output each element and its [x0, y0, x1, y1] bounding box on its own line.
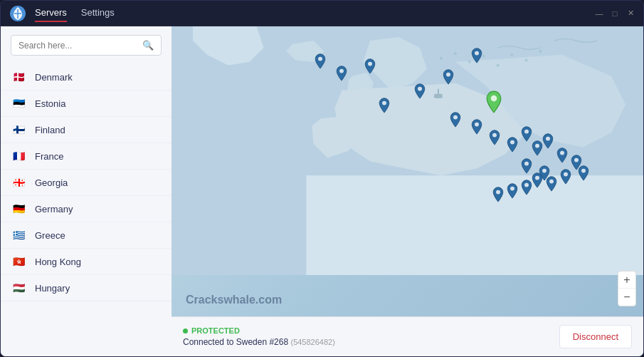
- maximize-button[interactable]: □: [611, 9, 619, 18]
- svg-point-26: [560, 151, 564, 155]
- svg-point-15: [382, 101, 386, 105]
- svg-point-18: [491, 95, 497, 102]
- titlebar: Servers Settings — □ ✕: [1, 1, 643, 26]
- list-item[interactable]: 🇪🇪 Estonia: [1, 90, 171, 117]
- map-pin[interactable]: [449, 112, 462, 128]
- search-box[interactable]: 🔍: [11, 35, 162, 56]
- country-flag: 🇬🇪: [11, 177, 26, 188]
- map-pin[interactable]: [470, 119, 483, 135]
- svg-point-13: [368, 62, 372, 66]
- svg-point-6: [511, 53, 514, 56]
- map-area: Crackswhale.com + − PROTECTED Connected …: [171, 26, 643, 356]
- map-pin[interactable]: [520, 180, 533, 195]
- list-item[interactable]: 🇭🇺 Hungary: [1, 275, 171, 301]
- country-flag: 🇩🇰: [11, 71, 26, 83]
- list-item[interactable]: 🇭🇰 Hong Kong: [1, 249, 171, 275]
- map-pin[interactable]: [492, 187, 505, 202]
- zoom-in-button[interactable]: +: [618, 271, 635, 289]
- map-pin[interactable]: [364, 58, 376, 74]
- map-pin[interactable]: [538, 165, 551, 181]
- map-pin[interactable]: [488, 130, 501, 145]
- list-item[interactable]: 🇬🇪 Georgia: [1, 170, 171, 196]
- map-pin[interactable]: [506, 137, 519, 152]
- svg-point-22: [510, 140, 514, 145]
- map-pin[interactable]: [485, 90, 503, 113]
- svg-point-35: [524, 162, 529, 166]
- zoom-controls: + −: [618, 271, 636, 306]
- map-pin[interactable]: [577, 165, 590, 181]
- close-button[interactable]: ✕: [626, 9, 635, 18]
- svg-point-27: [574, 158, 579, 162]
- svg-point-29: [564, 172, 568, 177]
- status-dot: [183, 328, 188, 333]
- status-protected: PROTECTED: [183, 326, 335, 335]
- map-pin[interactable]: [470, 48, 483, 63]
- nav-bar: Servers Settings: [35, 4, 595, 22]
- sidebar: 🔍 🇩🇰 Denmark 🇪🇪 Estonia 🇫🇮 Finland 🇫🇷 Fr…: [1, 26, 171, 356]
- svg-point-23: [524, 130, 529, 134]
- map-pin[interactable]: [413, 83, 426, 99]
- map-svg: [171, 26, 643, 275]
- svg-point-8: [539, 50, 542, 53]
- country-name: Denmark: [35, 72, 73, 83]
- country-name: Georgia: [35, 177, 68, 188]
- list-item[interactable]: 🇬🇷 Greece: [1, 222, 171, 249]
- status-connection: Connected to Sweden #268 (545826482): [183, 337, 335, 347]
- country-name: Finland: [35, 125, 65, 135]
- svg-point-2: [454, 52, 457, 55]
- map-pin[interactable]: [442, 69, 455, 85]
- zoom-out-button[interactable]: −: [618, 289, 635, 306]
- svg-point-25: [546, 137, 550, 141]
- svg-point-28: [581, 169, 586, 173]
- search-input[interactable]: [19, 41, 138, 51]
- map-pin[interactable]: [506, 183, 519, 199]
- app-window: Servers Settings — □ ✕ 🔍 🇩🇰 Denmark �: [0, 0, 644, 357]
- svg-point-36: [542, 169, 547, 173]
- list-item[interactable]: 🇩🇪 Germany: [1, 196, 171, 222]
- country-flag: 🇭🇺: [11, 282, 26, 294]
- country-flag: 🇫🇮: [11, 124, 26, 135]
- list-item[interactable]: 🇫🇮 Finland: [1, 117, 171, 143]
- map-pin[interactable]: [335, 66, 348, 81]
- svg-rect-9: [434, 94, 443, 98]
- svg-point-20: [475, 123, 479, 127]
- map-pin[interactable]: [520, 158, 533, 174]
- map-pin[interactable]: [542, 133, 554, 149]
- map-pin[interactable]: [556, 148, 569, 163]
- country-flag: 🇩🇪: [11, 203, 26, 214]
- status-bar: PROTECTED Connected to Sweden #268 (5458…: [171, 316, 643, 356]
- app-logo: [9, 5, 26, 22]
- country-name: Hungary: [35, 283, 70, 294]
- svg-point-5: [497, 64, 500, 67]
- status-info: PROTECTED Connected to Sweden #268 (5458…: [183, 326, 335, 347]
- country-flag: 🇪🇪: [11, 98, 26, 109]
- nav-servers[interactable]: Servers: [35, 4, 67, 22]
- list-item[interactable]: 🇫🇷 France: [1, 143, 171, 170]
- country-name: Germany: [35, 204, 73, 214]
- server-id: (545826482): [290, 338, 334, 346]
- map-pin[interactable]: [520, 126, 533, 142]
- nav-settings[interactable]: Settings: [81, 4, 115, 22]
- country-name: Hong Kong: [35, 257, 81, 267]
- disconnect-button[interactable]: Disconnect: [559, 325, 632, 348]
- svg-point-34: [496, 190, 500, 195]
- country-flag: 🇫🇷: [11, 150, 26, 162]
- country-flag: 🇬🇷: [11, 229, 26, 241]
- main-content: 🔍 🇩🇰 Denmark 🇪🇪 Estonia 🇫🇮 Finland 🇫🇷 Fr…: [1, 26, 643, 356]
- svg-point-33: [510, 187, 514, 191]
- map-pin[interactable]: [378, 98, 391, 113]
- country-name: France: [35, 151, 63, 162]
- map-pin[interactable]: [314, 53, 327, 69]
- svg-point-32: [524, 183, 529, 187]
- map-pin[interactable]: [559, 169, 572, 185]
- country-name: Greece: [35, 230, 65, 241]
- window-controls: — □ ✕: [595, 9, 635, 18]
- svg-point-17: [475, 51, 479, 56]
- search-icon: 🔍: [142, 40, 154, 51]
- minimize-button[interactable]: —: [595, 9, 603, 18]
- svg-point-14: [418, 87, 422, 91]
- svg-point-7: [525, 59, 528, 62]
- svg-point-1: [440, 57, 443, 60]
- list-item[interactable]: 🇩🇰 Denmark: [1, 64, 171, 90]
- svg-point-21: [492, 133, 497, 138]
